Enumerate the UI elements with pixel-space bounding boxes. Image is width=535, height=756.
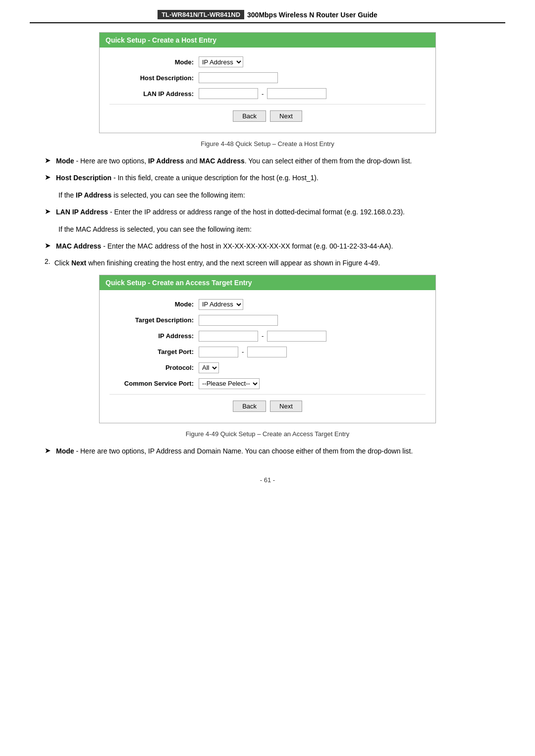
content-section-2: ➤ Mode - Here are two options, IP Addres… (40, 446, 495, 456)
mode-label: Mode: (109, 58, 199, 66)
bullet-arrow-1: ➤ (45, 156, 51, 165)
f49-target-port-input1[interactable] (199, 347, 238, 357)
host-desc-label: Host Description: (109, 74, 199, 82)
figure49-box-title: Quick Setup - Create an Access Target En… (100, 275, 435, 290)
f49-ip-input2[interactable] (267, 331, 326, 342)
header-title: 300Mbps Wireless N Router User Guide (247, 11, 377, 19)
bullet-text-1: Mode - Here are two options, IP Address … (56, 155, 412, 166)
f49-target-port-label: Target Port: (109, 348, 199, 355)
host-desc-row: Host Description: (109, 72, 426, 83)
f49-target-port-input2[interactable] (247, 347, 287, 357)
f49-mode-control: IP Address (199, 299, 243, 310)
lan-ip-label: LAN IP Address: (109, 90, 199, 98)
lan-ip-input2[interactable] (267, 88, 326, 99)
numbered-item-2: 2. Click Next when finishing creating th… (40, 257, 495, 268)
f49-csp-label: Common Service Port: (109, 380, 199, 387)
figure49-body: Mode: IP Address Target Description: IP … (100, 290, 435, 423)
bullet-item-5: ➤ Mode - Here are two options, IP Addres… (40, 446, 495, 456)
figure49-caption: Figure 4-49 Quick Setup – Create an Acce… (30, 430, 505, 438)
bullet-arrow-3: ➤ (45, 207, 51, 216)
lan-ip-input1[interactable] (199, 88, 258, 99)
f49-ip-row: IP Address: - (109, 331, 426, 342)
f49-protocol-label: Protocol: (109, 364, 199, 371)
f49-mode-row: Mode: IP Address (109, 299, 426, 310)
f49-csp-select[interactable]: --Please Pelect-- (199, 378, 260, 389)
mode-select[interactable]: IP Address (199, 56, 243, 67)
bullet-text-3: LAN IP Address - Enter the IP address or… (56, 206, 405, 217)
indent-text-2: If the MAC Address is selected, you can … (58, 224, 495, 235)
figure49-back-btn[interactable]: Back (233, 401, 266, 412)
f49-ip-separator: - (260, 332, 265, 340)
mode-row: Mode: IP Address (109, 56, 426, 67)
host-desc-input[interactable] (199, 72, 278, 83)
figure48-box: Quick Setup - Create a Host Entry Mode: … (99, 32, 436, 133)
f49-csp-row: Common Service Port: --Please Pelect-- (109, 378, 426, 389)
f49-csp-control: --Please Pelect-- (199, 378, 260, 389)
bullet-item-2: ➤ Host Description - In this field, crea… (40, 172, 495, 183)
lan-ip-control: - (199, 88, 326, 99)
bullet-text-4: MAC Address - Enter the MAC address of t… (56, 241, 393, 252)
f49-ip-label: IP Address: (109, 332, 199, 340)
f49-mode-select[interactable]: IP Address (199, 299, 243, 310)
f49-target-desc-label: Target Description: (109, 316, 199, 324)
bullet-item-4: ➤ MAC Address - Enter the MAC address of… (40, 241, 495, 252)
lan-ip-separator: - (260, 90, 265, 98)
bullet-arrow-5: ➤ (45, 446, 51, 455)
f49-ip-control: - (199, 331, 326, 342)
f49-mode-label: Mode: (109, 301, 199, 308)
bullet-text-2: Host Description - In this field, create… (56, 172, 319, 183)
mode-control: IP Address (199, 56, 243, 67)
bullet-item-1: ➤ Mode - Here are two options, IP Addres… (40, 155, 495, 166)
content-section-1: ➤ Mode - Here are two options, IP Addres… (40, 155, 495, 269)
header-model: TL-WR841N/TL-WR841ND (158, 10, 244, 19)
figure49-next-btn[interactable]: Next (270, 401, 302, 412)
bullet-text-5: Mode - Here are two options, IP Address … (56, 446, 413, 456)
figure49-footer: Back Next (109, 394, 426, 416)
bullet-arrow-2: ➤ (45, 173, 51, 182)
f49-target-port-row: Target Port: - (109, 347, 426, 357)
page-number: - 61 - (30, 476, 505, 484)
f49-target-desc-control (199, 315, 278, 326)
lan-ip-row: LAN IP Address: - (109, 88, 426, 99)
indent-text-1: If the IP Address is selected, you can s… (58, 190, 495, 201)
figure48-footer: Back Next (109, 104, 426, 126)
f49-protocol-control: All (199, 362, 219, 373)
f49-target-desc-input[interactable] (199, 315, 278, 326)
figure48-next-btn[interactable]: Next (270, 110, 302, 122)
f49-target-port-control: - (199, 347, 287, 357)
figure48-caption: Figure 4-48 Quick Setup – Create a Host … (30, 140, 505, 148)
figure48-back-btn[interactable]: Back (233, 110, 266, 122)
page-header: TL-WR841N/TL-WR841ND 300Mbps Wireless N … (30, 10, 505, 23)
f49-ip-input1[interactable] (199, 331, 258, 342)
f49-protocol-row: Protocol: All (109, 362, 426, 373)
f49-target-desc-row: Target Description: (109, 315, 426, 326)
f49-protocol-select[interactable]: All (199, 362, 219, 373)
figure48-body: Mode: IP Address Host Description: LAN I… (100, 48, 435, 133)
numbered-text-2: Click Next when finishing creating the h… (54, 257, 380, 268)
figure49-box: Quick Setup - Create an Access Target En… (99, 275, 436, 423)
figure48-box-title: Quick Setup - Create a Host Entry (100, 33, 435, 48)
numbered-num-2: 2. (45, 257, 51, 265)
f49-port-separator: - (240, 348, 245, 355)
host-desc-control (199, 72, 278, 83)
bullet-arrow-4: ➤ (45, 241, 51, 250)
bullet-item-3: ➤ LAN IP Address - Enter the IP address … (40, 206, 495, 217)
